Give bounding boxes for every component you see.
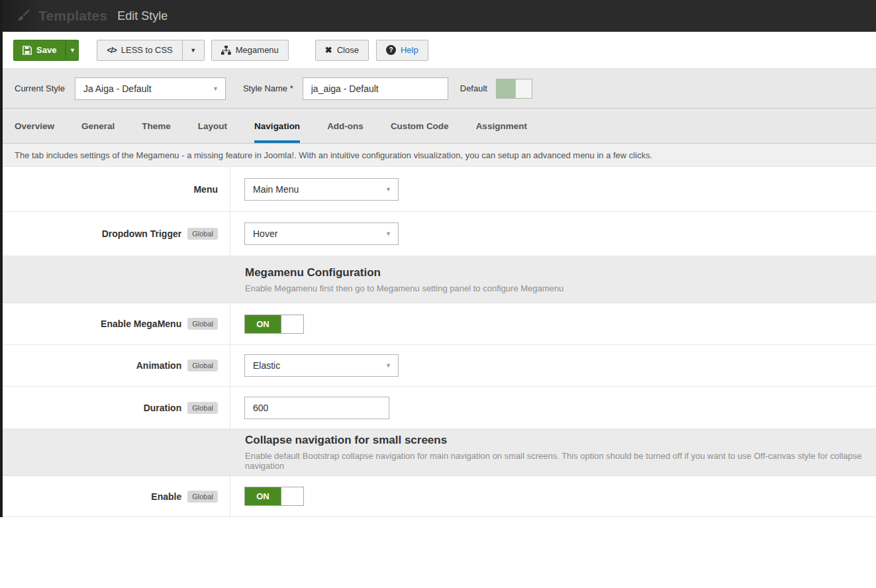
tab-layout[interactable]: Layout — [198, 109, 227, 143]
close-button-group: ✖ Close — [315, 40, 369, 61]
enable-megamenu-label: Enable MegaMenu — [101, 318, 181, 329]
toggle-on-label: ON — [245, 315, 281, 333]
dropdown-trigger-field-cell: Hover ▼ — [230, 212, 876, 256]
tab-add-ons[interactable]: Add-ons — [327, 109, 364, 143]
tab-custom-code[interactable]: Custom Code — [391, 109, 449, 143]
save-floppy-icon — [23, 46, 32, 55]
enable-megamenu-label-cell: Enable MegaMenu Global — [0, 303, 230, 344]
info-bar: The tab includes settings of the Megamen… — [0, 144, 876, 167]
section-title: Megamenu Configuration — [245, 266, 876, 279]
code-icon: </> — [107, 46, 116, 55]
caret-down-icon: ▼ — [190, 47, 196, 54]
section-description: Enable Megamenu first then go to Megamen… — [245, 283, 876, 293]
duration-input[interactable] — [244, 397, 389, 419]
less-to-css-dropdown-caret[interactable]: ▼ — [183, 40, 205, 61]
global-badge: Global — [187, 318, 218, 330]
tab-navigation[interactable]: Navigation — [254, 109, 300, 143]
menu-select-value: Main Menu — [253, 184, 299, 195]
megamenu-configuration-section: Megamenu Configuration Enable Megamenu f… — [0, 256, 876, 303]
save-button-label: Save — [36, 45, 56, 55]
page-title: Edit Style — [117, 9, 168, 23]
animation-select-value: Elastic — [253, 360, 280, 371]
menu-label: Menu — [193, 184, 218, 195]
default-toggle[interactable] — [496, 79, 532, 99]
dropdown-trigger-label-cell: Dropdown Trigger Global — [0, 212, 230, 256]
style-bar: Current Style Ja Aiga - Default ▼ Style … — [0, 68, 876, 109]
tab-theme[interactable]: Theme — [142, 109, 171, 143]
collapse-navigation-section: Collapse navigation for small screens En… — [0, 429, 876, 476]
toggle-on-label: ON — [245, 487, 281, 505]
help-button[interactable]: ? Help — [376, 40, 428, 61]
section-title: Collapse navigation for small screens — [245, 434, 876, 447]
chevron-down-icon: ▼ — [385, 362, 391, 369]
current-style-select[interactable]: Ja Aiga - Default ▼ — [75, 77, 226, 100]
default-label: Default — [460, 83, 487, 93]
animation-label-cell: Animation Global — [0, 345, 230, 386]
top-admin-bar: Templates Edit Style — [0, 0, 876, 32]
enable-megamenu-toggle[interactable]: ON — [244, 315, 304, 334]
enable-field-cell: ON — [230, 476, 876, 516]
tab-bar: OverviewGeneralThemeLayoutNavigationAdd-… — [0, 109, 876, 144]
enable-row: Enable Global ON — [0, 476, 876, 517]
less-to-css-button[interactable]: </> LESS to CSS — [97, 40, 182, 61]
info-text: The tab includes settings of the Megamen… — [15, 150, 652, 160]
help-button-label: Help — [401, 45, 418, 55]
less-to-css-button-group: </> LESS to CSS ▼ — [97, 40, 204, 61]
navigation-form: Menu Main Menu ▼ Dropdown Trigger Global… — [0, 167, 876, 517]
duration-field-cell — [230, 387, 876, 428]
close-icon: ✖ — [325, 45, 332, 55]
megamenu-button[interactable]: Megamenu — [211, 40, 289, 61]
paintbrush-icon — [16, 9, 30, 23]
dropdown-trigger-select-value: Hover — [253, 228, 277, 239]
style-name-label: Style Name * — [243, 83, 293, 93]
current-style-value: Ja Aiga - Default — [83, 83, 152, 94]
section-description: Enable default Bootstrap collapse naviga… — [245, 451, 876, 471]
style-name-input[interactable] — [303, 77, 448, 100]
caret-down-icon: ▼ — [70, 47, 75, 54]
global-badge: Global — [187, 491, 218, 503]
duration-label: Duration — [144, 403, 182, 413]
menu-row: Menu Main Menu ▼ — [0, 167, 876, 212]
current-style-label: Current Style — [15, 83, 65, 93]
animation-row: Animation Global Elastic ▼ — [0, 345, 876, 387]
less-to-css-label: LESS to CSS — [121, 45, 173, 55]
save-button[interactable]: Save — [13, 40, 66, 61]
tab-assignment[interactable]: Assignment — [476, 109, 527, 143]
menu-field-cell: Main Menu ▼ — [230, 167, 876, 211]
dropdown-trigger-label: Dropdown Trigger — [102, 228, 182, 239]
chevron-down-icon: ▼ — [213, 85, 219, 92]
toolbar: Save ▼ </> LESS to CSS ▼ Megamenu — [0, 32, 876, 68]
default-toggle-on-half — [497, 79, 516, 98]
duration-label-cell: Duration Global — [0, 387, 230, 428]
megamenu-button-group: Megamenu — [211, 40, 289, 61]
close-button[interactable]: ✖ Close — [315, 40, 369, 61]
global-badge: Global — [187, 360, 218, 371]
help-button-group: ? Help — [376, 40, 428, 61]
help-icon: ? — [386, 45, 396, 55]
animation-select[interactable]: Elastic ▼ — [244, 354, 399, 377]
chevron-down-icon: ▼ — [385, 186, 391, 193]
save-button-group: Save ▼ — [13, 40, 79, 61]
dropdown-trigger-row: Dropdown Trigger Global Hover ▼ — [0, 212, 876, 256]
global-badge: Global — [187, 228, 218, 240]
chevron-down-icon: ▼ — [385, 230, 391, 237]
close-button-label: Close — [337, 45, 359, 55]
duration-row: Duration Global — [0, 387, 876, 429]
animation-field-cell: Elastic ▼ — [230, 345, 876, 386]
tab-general[interactable]: General — [81, 109, 115, 143]
global-badge: Global — [187, 402, 218, 414]
enable-megamenu-field-cell: ON — [230, 303, 876, 344]
dropdown-trigger-select[interactable]: Hover ▼ — [244, 222, 399, 245]
enable-toggle[interactable]: ON — [244, 487, 304, 506]
enable-label: Enable — [151, 491, 181, 502]
animation-label: Animation — [136, 360, 181, 371]
sitemap-icon — [221, 46, 231, 55]
app-title: Templates — [38, 8, 107, 24]
menu-select[interactable]: Main Menu ▼ — [244, 178, 399, 201]
menu-label-cell: Menu — [0, 167, 230, 211]
save-dropdown-caret[interactable]: ▼ — [66, 40, 79, 61]
tab-overview[interactable]: Overview — [15, 109, 54, 143]
edit-style-page: Templates Edit Style Save ▼ </> LESS to … — [0, 0, 876, 588]
enable-megamenu-row: Enable MegaMenu Global ON — [0, 303, 876, 345]
left-edge-strip — [0, 0, 3, 517]
